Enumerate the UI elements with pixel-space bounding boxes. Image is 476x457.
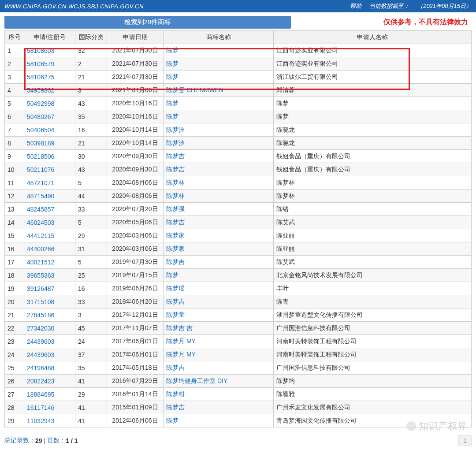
trademark-link[interactable]: 陈梦童: [166, 311, 185, 318]
trademark-link[interactable]: 陈梦吉: [166, 219, 185, 226]
cell-reg: 39655363: [24, 269, 75, 282]
trademark-link[interactable]: 陈梦: [166, 100, 178, 107]
cell-name: 陈梦强: [164, 203, 274, 216]
trademark-link[interactable]: 陈梦汐: [166, 126, 185, 133]
reg-link[interactable]: 39126487: [27, 285, 54, 292]
table-row: 1050211076432020年09月30日陈梦吉钱姐食品（重庆）有限公司: [5, 163, 472, 176]
cell-name: 陈梦: [164, 44, 274, 57]
reg-link[interactable]: 58108603: [27, 47, 54, 54]
trademark-link[interactable]: 陈梦: [166, 417, 178, 424]
trademark-link[interactable]: 陈梦瑶: [166, 285, 185, 292]
cell-name: 陈梦吉: [164, 216, 274, 229]
cell-date: 2020年10月14日: [107, 137, 164, 150]
cell-seq: 29: [5, 414, 24, 427]
reg-link[interactable]: 46024503: [27, 219, 54, 226]
cell-reg: 50406504: [24, 123, 75, 137]
reg-link[interactable]: 50492998: [27, 100, 54, 107]
cell-applicant: 河南时美特装饰工程有限公司: [274, 335, 472, 348]
reg-link[interactable]: 48245857: [27, 206, 54, 213]
cell-seq: 19: [5, 282, 24, 295]
reg-link[interactable]: 50218506: [27, 153, 54, 160]
cell-date: 2017年06月01日: [107, 335, 164, 348]
trademark-link[interactable]: 陈梦: [166, 47, 178, 54]
reg-link[interactable]: 50480267: [27, 113, 54, 120]
reg-link[interactable]: 16117146: [27, 404, 54, 411]
table-row: 2620822423412016年07月29日陈梦均健身工作室 DIY陈梦均: [5, 375, 472, 388]
reg-link[interactable]: 58106275: [27, 74, 54, 81]
cell-date: 2015年01月09日: [107, 401, 164, 414]
cell-seq: 24: [5, 348, 24, 361]
trademark-link[interactable]: 陈梦吉: [166, 404, 185, 411]
reg-link[interactable]: 39655363: [27, 272, 54, 279]
trademark-link[interactable]: 陈梦月 MY: [166, 351, 196, 358]
reg-link[interactable]: 40021512: [27, 259, 54, 266]
cell-applicant: 浙江钛尔工贸有限公司: [274, 71, 472, 84]
cell-name: 陈梦林: [164, 189, 274, 203]
cell-name: 陈梦瑶: [164, 282, 274, 295]
help-link[interactable]: 帮助: [350, 2, 361, 10]
trademark-link[interactable]: 陈梦柑: [166, 390, 185, 398]
reg-link[interactable]: 31715108: [27, 298, 54, 305]
cell-name: 陈梦汐: [164, 123, 274, 137]
reg-link[interactable]: 50398189: [27, 140, 54, 147]
reg-link[interactable]: 11032943: [27, 417, 54, 424]
trademark-link[interactable]: 陈梦家: [166, 245, 185, 252]
table-row: 2227342030452017年11月07日陈梦吉 吉广州国浩信息科技有限公司: [5, 322, 472, 335]
cell-cls: 35: [75, 110, 107, 123]
trademark-link[interactable]: 陈梦: [166, 60, 178, 67]
trademark-link[interactable]: 陈梦: [166, 73, 178, 80]
trademark-link[interactable]: 陈梦雯 CHENMWEN: [166, 86, 223, 93]
cell-name: 陈梦吉: [164, 163, 274, 176]
cell-reg: 20822423: [24, 375, 75, 388]
reg-link[interactable]: 27342030: [27, 325, 54, 332]
reg-link[interactable]: 48715490: [27, 193, 54, 200]
reg-link[interactable]: 44412115: [27, 232, 54, 239]
cell-seq: 16: [5, 242, 24, 256]
trademark-link[interactable]: 陈梦汐: [166, 139, 185, 146]
trademark-link[interactable]: 陈梦: [166, 271, 178, 279]
cell-seq: 8: [5, 137, 24, 150]
table-row: 1348245857332020年07月20日陈梦强陈绪: [5, 203, 472, 216]
trademark-link[interactable]: 陈梦强: [166, 205, 185, 212]
trademark-link[interactable]: 陈梦吉: [166, 364, 185, 371]
trademark-link[interactable]: 陈梦林: [166, 179, 185, 186]
reg-link[interactable]: 18884695: [27, 391, 54, 398]
reg-link[interactable]: 24439603: [27, 338, 54, 345]
cell-name: 陈梦吉: [164, 150, 274, 163]
trademark-link[interactable]: 陈梦林: [166, 192, 185, 199]
trademark-link[interactable]: 陈梦月 MY: [166, 338, 196, 345]
reg-link[interactable]: 20822423: [27, 378, 54, 385]
reg-link[interactable]: 50211076: [27, 166, 54, 173]
cell-date: 2017年05月18日: [107, 361, 164, 375]
reg-link[interactable]: 48721071: [27, 179, 54, 186]
reg-link[interactable]: 50406504: [27, 126, 54, 134]
reg-link[interactable]: 54959302: [27, 87, 54, 94]
table-row: 950218506302020年09月30日陈梦吉钱姐食品（重庆）有限公司: [5, 150, 472, 163]
reg-link[interactable]: 24196488: [27, 364, 54, 372]
cell-seq: 9: [5, 150, 24, 163]
cell-seq: 18: [5, 269, 24, 282]
trademark-link[interactable]: 陈梦吉: [166, 166, 185, 173]
trademark-link[interactable]: 陈梦均健身工作室 DIY: [166, 377, 227, 384]
cell-name: 陈梦雯 CHENMWEN: [164, 84, 274, 97]
trademark-link[interactable]: 陈梦吉: [166, 152, 185, 160]
cell-name: 陈梦: [164, 57, 274, 71]
cell-applicant: 广州国浩信息科技有限公司: [274, 361, 472, 375]
reg-link[interactable]: 58108579: [27, 60, 54, 67]
col-reg-header: 申请/注册号: [24, 31, 75, 44]
reg-link[interactable]: 27845186: [27, 312, 54, 319]
trademark-link[interactable]: 陈梦吉: [166, 298, 185, 305]
page-number-button[interactable]: 1: [458, 435, 472, 446]
trademark-link[interactable]: 陈梦家: [166, 232, 185, 239]
trademark-link[interactable]: 陈梦吉: [166, 258, 185, 265]
reg-link[interactable]: 44400266: [27, 245, 54, 253]
cell-date: 2012年06月06日: [107, 414, 164, 427]
cell-date: 2020年10月16日: [107, 110, 164, 123]
cell-reg: 31715108: [24, 295, 75, 308]
trademark-link[interactable]: 陈梦: [166, 113, 178, 120]
col-cls-header: 国际分类: [75, 31, 107, 44]
reg-link[interactable]: 24439603: [27, 351, 54, 358]
cell-date: 2020年07月20日: [107, 203, 164, 216]
trademark-link[interactable]: 陈梦吉 吉: [166, 324, 193, 331]
cell-date: 2016年07月29日: [107, 375, 164, 388]
